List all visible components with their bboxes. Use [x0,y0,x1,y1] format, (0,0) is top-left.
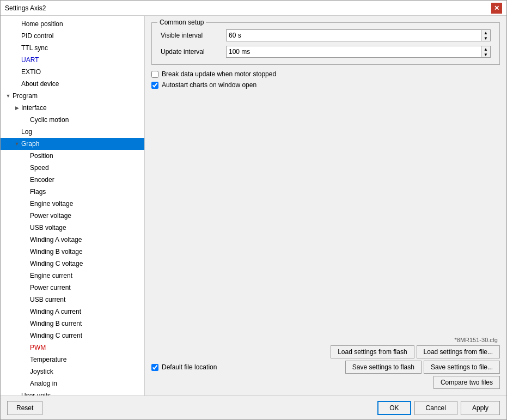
sidebar-item-winding-c-voltage[interactable]: Winding C voltage [1,258,144,270]
break-data-label: Break data update when motor stopped [162,70,276,78]
right-panel: Common setup Visible interval ▲ ▼ Update… [145,16,506,395]
reset-button[interactable]: Reset [7,401,42,415]
update-interval-spinner: ▲ ▼ [481,46,491,58]
sidebar-item-analog-in[interactable]: Analog in [1,378,144,389]
sidebar-label-engine-current: Engine current [30,271,142,281]
sidebar-item-usb-voltage[interactable]: USB voltage [1,222,144,234]
sidebar-item-encoder[interactable]: Encoder [1,174,144,186]
sidebar-item-log[interactable]: Log [1,126,144,138]
update-interval-label: Update interval [161,48,226,56]
sidebar-label-program: Program [13,91,142,101]
load-from-flash-button[interactable]: Load settings from flash [331,345,414,358]
sidebar-item-winding-a-current[interactable]: Winding A current [1,306,144,318]
cancel-button[interactable]: Cancel [414,401,457,415]
expand-icon-winding-a-voltage [22,236,29,243]
sidebar-item-winding-a-voltage[interactable]: Winding A voltage [1,234,144,246]
sidebar-item-joystick[interactable]: Joystick [1,366,144,378]
expand-icon-log [14,129,20,135]
sidebar-label-graph: Graph [21,139,142,149]
sidebar-label-usb-voltage: USB voltage [30,223,142,233]
sidebar-item-cyclic-motion[interactable]: Cyclic motion [1,114,144,126]
sidebar-item-temperature[interactable]: Temperature [1,354,144,366]
sidebar-item-speed[interactable]: Speed [1,162,144,174]
expand-icon-temperature [22,356,29,363]
sidebar-item-graph[interactable]: ▼Graph [1,138,144,150]
visible-interval-input[interactable] [226,29,481,41]
expand-icon-usb-voltage [22,224,29,231]
settings-window: Settings Axis2 ✕ Home positionPID contro… [0,0,507,420]
save-to-flash-button[interactable]: Save settings to flash [345,361,422,374]
sidebar-item-user-units[interactable]: User units [1,389,144,395]
autostart-label: Autostart charts on window open [162,81,256,89]
compare-two-files-button[interactable]: Compare two files [433,376,500,389]
apply-button[interactable]: Apply [461,401,500,415]
sidebar-item-winding-b-voltage[interactable]: Winding B voltage [1,246,144,258]
sidebar-item-interface[interactable]: ▶Interface [1,102,144,114]
sidebar-item-program[interactable]: ▼Program [1,90,144,102]
ok-button[interactable]: OK [377,401,411,415]
sidebar-label-flags: Flags [30,187,142,197]
bottom-actions: Load settings from flash Load settings f… [151,345,500,389]
sidebar-label-winding-c-current: Winding C current [30,331,142,340]
default-file-checkbox[interactable] [151,364,158,371]
expand-icon-program: ▼ [5,93,11,99]
expand-icon-about-device [14,81,20,87]
sidebar-label-winding-b-current: Winding B current [30,319,142,328]
visible-interval-up[interactable]: ▲ [481,30,490,35]
expand-icon-pwm [22,344,29,351]
visible-interval-row: Visible interval ▲ ▼ [161,29,491,41]
sidebar-item-winding-c-current[interactable]: Winding C current [1,330,144,342]
sidebar-item-engine-current[interactable]: Engine current [1,270,144,282]
sidebar-item-power-voltage[interactable]: Power voltage [1,210,144,222]
expand-icon-winding-a-current [22,308,29,315]
visible-interval-down[interactable]: ▼ [481,35,490,41]
sidebar-label-cyclic-motion: Cyclic motion [30,115,142,125]
sidebar-label-power-current: Power current [30,283,142,293]
sidebar-item-flags[interactable]: Flags [1,186,144,198]
sidebar-label-pid-control: PID control [21,31,142,41]
load-from-file-button[interactable]: Load settings from file... [417,345,500,358]
update-interval-down[interactable]: ▼ [481,52,490,57]
sidebar-item-engine-voltage[interactable]: Engine voltage [1,198,144,210]
footer-bar: Reset OK Cancel Apply [1,395,506,419]
sidebar-item-winding-b-current[interactable]: Winding B current [1,318,144,330]
default-file-label: Default file location [162,363,217,371]
autostart-checkbox[interactable] [151,82,158,89]
sidebar-label-winding-b-voltage: Winding B voltage [30,247,142,257]
common-setup-group: Common setup Visible interval ▲ ▼ Update… [151,22,500,65]
compare-row: Compare two files [151,376,500,389]
expand-icon-power-voltage [22,212,29,219]
expand-icon-extio [14,69,20,75]
sidebar-item-ttl-sync[interactable]: TTL sync [1,42,144,54]
default-file-location-row: Default file location [151,363,217,371]
sidebar-label-extio: EXTIO [21,67,142,77]
sidebar-label-speed: Speed [30,163,142,173]
sidebar-item-power-current[interactable]: Power current [1,282,144,294]
break-data-row: Break data update when motor stopped [151,70,500,78]
expand-icon-user-units [14,392,20,395]
sidebar-label-ttl-sync: TTL sync [21,43,142,53]
break-data-checkbox[interactable] [151,71,158,78]
sidebar-item-about-device[interactable]: About device [1,78,144,90]
update-interval-input[interactable] [226,46,481,58]
save-to-file-button[interactable]: Save settings to file... [424,361,500,374]
sidebar-item-usb-current[interactable]: USB current [1,294,144,306]
update-interval-input-wrap: ▲ ▼ [226,46,491,58]
update-interval-row: Update interval ▲ ▼ [161,46,491,58]
sidebar-item-position[interactable]: Position [1,150,144,162]
sidebar-label-winding-c-voltage: Winding C voltage [30,259,142,269]
sidebar-item-home-position[interactable]: Home position [1,18,144,30]
sidebar-item-pid-control[interactable]: PID control [1,30,144,42]
sidebar-label-pwm: PWM [30,343,142,352]
expand-icon-power-current [22,284,29,291]
sidebar-label-joystick: Joystick [30,367,142,376]
common-setup-title: Common setup [157,19,206,26]
save-buttons: Save settings to flash Save settings to … [345,361,500,374]
main-content: Home positionPID controlTTL syncUARTEXTI… [1,16,506,395]
close-button[interactable]: ✕ [491,3,502,14]
sidebar-item-extio[interactable]: EXTIO [1,66,144,78]
sidebar-item-pwm[interactable]: PWM [1,342,144,354]
sidebar-label-about-device: About device [21,79,142,89]
update-interval-up[interactable]: ▲ [481,46,490,52]
sidebar-item-uart[interactable]: UART [1,54,144,66]
